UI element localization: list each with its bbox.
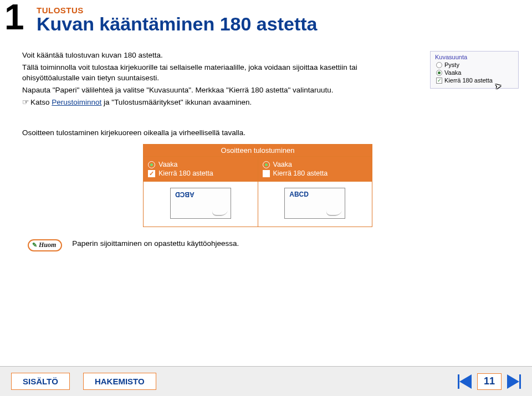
note-box: ✎ Huom Paperin sijoittaminen on opastett… [28, 239, 239, 251]
panel-group-label: Kuvasuunta [435, 54, 515, 60]
panel-check-rotate: Kierrä 180 astetta [444, 77, 493, 84]
intro-line-1: Voit kääntää tulostuvan kuvan 180 astett… [22, 50, 382, 61]
cursor-icon: ➤ [494, 81, 503, 91]
table-title: Osoitteen tulostuminen [144, 145, 372, 157]
page-title: Kuvan kääntäminen 180 astetta [37, 13, 317, 35]
check-rotate-icon: ✓ [436, 78, 442, 84]
perustoiminnot-link[interactable]: Perustoiminnot [52, 98, 101, 106]
radio-portrait-icon [436, 62, 442, 68]
panel-opt-portrait: Pysty [444, 61, 459, 68]
intro-line-4-pre: Katso [30, 98, 52, 106]
intro-line-4-post: ja "Tulostusmääritykset" ikkunan avaamin… [101, 98, 252, 106]
envelope-icon: ABCD [284, 188, 345, 219]
checkbox-empty-icon [263, 170, 270, 177]
envelope-icon: ABCD [170, 188, 231, 219]
envelope-flap-icon [325, 210, 342, 216]
intro-line-3: Napauta "Paperi" välilehteä ja valitse "… [22, 85, 382, 96]
radio-icon [148, 161, 155, 168]
note-tag: ✎ Huom [28, 239, 62, 251]
body-text: Voit kääntää tulostuvan kuvan 180 astett… [22, 50, 382, 109]
radio-icon [263, 161, 270, 168]
envelope-text-rotated: ABCD [175, 191, 195, 198]
contents-button[interactable]: SISÄLTÖ [11, 373, 70, 390]
next-page-button[interactable] [507, 374, 521, 389]
note-tag-label: Huom [39, 241, 56, 249]
note-text: Paperin sijoittaminen on opastettu käytt… [72, 239, 239, 248]
col1-check-label: Kierrä 180 astetta [158, 169, 213, 177]
index-button[interactable]: HAKEMISTO [83, 373, 156, 390]
table-col1-options: Vaaka ✓ Kierrä 180 astetta [144, 157, 258, 182]
table-col1-sample: ABCD [144, 182, 258, 227]
table-col2-sample: ABCD [258, 182, 372, 227]
panel-opt-landscape: Vaaka [444, 69, 461, 76]
pointer-icon: ☞ [22, 96, 29, 107]
col2-check-label: Kierrä 180 astetta [273, 169, 328, 177]
page-number: 11 [477, 373, 502, 390]
prev-page-button[interactable] [458, 374, 472, 389]
footer-bar: SISÄLTÖ HAKEMISTO 11 [0, 366, 532, 396]
col1-radio-label: Vaaka [158, 161, 178, 168]
radio-landscape-icon [436, 70, 442, 76]
step-number: 1 [4, 0, 23, 38]
table-col2-options: Vaaka Kierrä 180 astetta [258, 157, 372, 182]
envelope-text-normal: ABCD [289, 191, 309, 198]
col2-radio-label: Vaaka [273, 161, 293, 168]
intro-line-2: Tällä toiminnolla voit tulostaa kirjekuo… [22, 62, 382, 84]
example-caption: Osoitteen tulostaminen kirjekuoreen oike… [22, 128, 245, 137]
example-table: Osoitteen tulostuminen Vaaka ✓ Kierrä 18… [143, 144, 372, 227]
intro-line-4: ☞Katso Perustoiminnot ja "Tulostusmäärit… [22, 96, 382, 108]
envelope-flap-icon [211, 210, 228, 216]
checkbox-checked-icon: ✓ [148, 170, 155, 177]
orientation-panel-screenshot: Kuvasuunta Pysty Vaaka ✓ Kierrä 180 aste… [430, 51, 519, 89]
pencil-icon: ✎ [32, 241, 37, 249]
